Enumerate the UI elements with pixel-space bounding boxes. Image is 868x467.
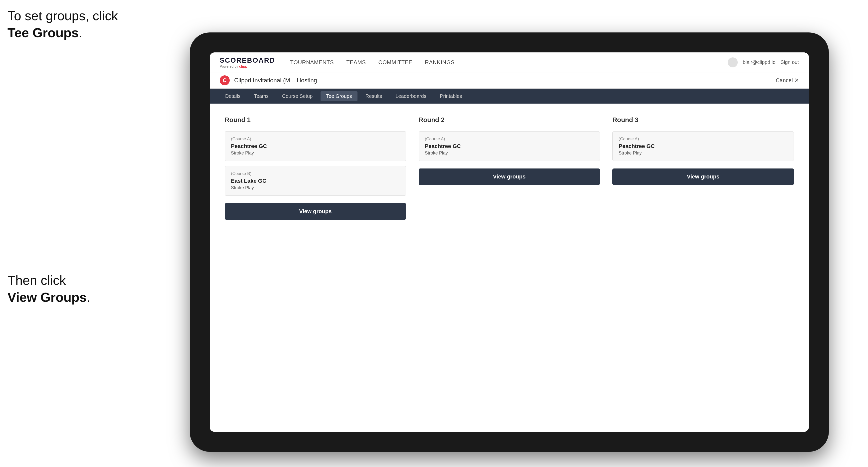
- tablet-device: SCOREBOARD Powered by clipp TOURNAMENTS …: [190, 32, 829, 452]
- round-1-course-a-name: Peachtree GC: [231, 143, 400, 150]
- round-3-view-groups-button[interactable]: View groups: [612, 168, 794, 185]
- instruction-bottom-line1: Then click: [7, 273, 66, 287]
- tournament-logo: C: [220, 75, 230, 85]
- tab-results[interactable]: Results: [360, 91, 388, 101]
- nav-right: blair@clippd.io Sign out: [728, 57, 799, 67]
- tablet-screen: SCOREBOARD Powered by clipp TOURNAMENTS …: [210, 53, 809, 432]
- round-3-title: Round 3: [612, 116, 794, 124]
- round-1-course-a-card: (Course A) Peachtree GC Stroke Play: [225, 131, 406, 161]
- round-3-course-a-label: (Course A): [619, 136, 787, 142]
- round-2-course-a-label: (Course A): [425, 136, 594, 142]
- rounds-grid: Round 1 (Course A) Peachtree GC Stroke P…: [225, 116, 794, 220]
- tab-teams[interactable]: Teams: [248, 91, 274, 101]
- round-1-column: Round 1 (Course A) Peachtree GC Stroke P…: [225, 116, 406, 220]
- logo-sub: Powered by clipp: [220, 64, 275, 68]
- instruction-bottom-period: .: [87, 290, 90, 305]
- round-1-course-a-label: (Course A): [231, 136, 400, 142]
- round-1-title: Round 1: [225, 116, 406, 124]
- instruction-top: To set groups, click Tee Groups.: [7, 7, 118, 41]
- round-2-column: Round 2 (Course A) Peachtree GC Stroke P…: [418, 116, 600, 220]
- nav-committee[interactable]: COMMITTEE: [378, 59, 413, 66]
- round-2-view-groups-button[interactable]: View groups: [418, 168, 600, 185]
- nav-teams[interactable]: TEAMS: [346, 59, 366, 66]
- nav-links: TOURNAMENTS TEAMS COMMITTEE RANKINGS: [290, 59, 728, 66]
- logo-area: SCOREBOARD Powered by clipp: [220, 56, 275, 68]
- nav-tournaments[interactable]: TOURNAMENTS: [290, 59, 334, 66]
- round-2-course-a-format: Stroke Play: [425, 151, 594, 156]
- round-2-course-a-card: (Course A) Peachtree GC Stroke Play: [418, 131, 600, 161]
- round-3-column: Round 3 (Course A) Peachtree GC Stroke P…: [612, 116, 794, 220]
- round-1-course-b-label: (Course B): [231, 171, 400, 176]
- tab-details[interactable]: Details: [220, 91, 246, 101]
- top-nav-bar: SCOREBOARD Powered by clipp TOURNAMENTS …: [210, 53, 809, 72]
- nav-rankings[interactable]: RANKINGS: [425, 59, 455, 66]
- logo-text: SCOREBOARD: [220, 56, 275, 64]
- round-3-course-a-card: (Course A) Peachtree GC Stroke Play: [612, 131, 794, 161]
- instruction-top-bold: Tee Groups: [7, 26, 79, 40]
- tab-printables[interactable]: Printables: [434, 91, 468, 101]
- round-1-course-b-name: East Lake GC: [231, 178, 400, 184]
- round-1-view-groups-button[interactable]: View groups: [225, 203, 406, 220]
- round-2-title: Round 2: [418, 116, 600, 124]
- logo-brand: clipp: [239, 64, 247, 68]
- tournament-name: Clippd Invitational (M... Hosting: [234, 77, 776, 84]
- instruction-bottom: Then click View Groups.: [7, 272, 90, 306]
- instruction-bottom-bold: View Groups: [7, 290, 87, 305]
- user-email: blair@clippd.io: [743, 59, 775, 65]
- main-content: Round 1 (Course A) Peachtree GC Stroke P…: [210, 103, 809, 432]
- cancel-button[interactable]: Cancel ✕: [776, 77, 799, 84]
- tab-leaderboards[interactable]: Leaderboards: [390, 91, 432, 101]
- round-3-course-a-format: Stroke Play: [619, 151, 787, 156]
- round-2-course-a-name: Peachtree GC: [425, 143, 594, 150]
- tab-tee-groups[interactable]: Tee Groups: [320, 91, 357, 101]
- instruction-top-period: .: [79, 26, 82, 40]
- sign-out-link[interactable]: Sign out: [781, 59, 799, 65]
- round-1-course-b-card: (Course B) East Lake GC Stroke Play: [225, 166, 406, 196]
- round-1-course-a-format: Stroke Play: [231, 151, 400, 156]
- instruction-top-line1: To set groups, click: [7, 8, 118, 23]
- tab-course-setup[interactable]: Course Setup: [277, 91, 318, 101]
- round-3-course-a-name: Peachtree GC: [619, 143, 787, 150]
- sub-nav: Details Teams Course Setup Tee Groups Re…: [210, 89, 809, 103]
- user-avatar: [728, 57, 738, 67]
- round-1-course-b-format: Stroke Play: [231, 185, 400, 190]
- tournament-bar: C Clippd Invitational (M... Hosting Canc…: [210, 72, 809, 89]
